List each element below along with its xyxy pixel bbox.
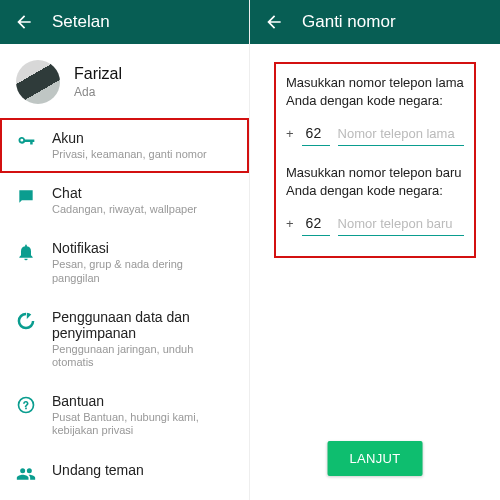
item-sub: Penggunaan jaringan, unduh otomatis — [52, 343, 233, 369]
settings-panel: Setelan Farizal Ada Akun Privasi, keaman… — [0, 0, 250, 500]
back-icon[interactable] — [264, 12, 284, 32]
continue-button[interactable]: LANJUT — [328, 441, 423, 476]
new-phone-input[interactable]: Nomor telepon baru — [338, 214, 464, 236]
form-highlight: Masukkan nomor telepon lama Anda dengan … — [274, 62, 476, 258]
old-phone-input[interactable]: Nomor telepon lama — [338, 124, 464, 146]
settings-title: Setelan — [52, 12, 110, 32]
sidebar-item-data-storage[interactable]: Penggunaan data dan penyimpanan Pengguna… — [0, 297, 249, 381]
item-sub: Cadangan, riwayat, wallpaper — [52, 203, 197, 216]
item-label: Bantuan — [52, 393, 233, 409]
item-label: Penggunaan data dan penyimpanan — [52, 309, 233, 341]
prompt-new: Masukkan nomor telepon baru Anda dengan … — [286, 164, 464, 199]
change-number-panel: Ganti nomor Masukkan nomor telepon lama … — [250, 0, 500, 500]
old-number-row: + 62 Nomor telepon lama — [286, 123, 464, 146]
change-number-title: Ganti nomor — [302, 12, 396, 32]
chat-icon — [16, 187, 36, 211]
people-icon — [16, 464, 36, 488]
item-sub: Pesan, grup & nada dering panggilan — [52, 258, 233, 284]
sidebar-item-notifications[interactable]: Notifikasi Pesan, grup & nada dering pan… — [0, 228, 249, 296]
key-icon — [16, 132, 36, 156]
back-icon[interactable] — [14, 12, 34, 32]
country-code-new[interactable]: 62 — [302, 213, 330, 236]
item-label: Akun — [52, 130, 207, 146]
avatar — [16, 60, 60, 104]
profile-status: Ada — [74, 85, 122, 99]
sidebar-item-invite[interactable]: Undang teman — [0, 450, 249, 500]
item-label: Undang teman — [52, 462, 144, 478]
country-code-old[interactable]: 62 — [302, 123, 330, 146]
item-sub: Privasi, keamanan, ganti nomor — [52, 148, 207, 161]
bell-icon — [16, 242, 36, 266]
settings-list: Akun Privasi, keamanan, ganti nomor Chat… — [0, 118, 249, 500]
item-label: Chat — [52, 185, 197, 201]
data-usage-icon — [16, 311, 36, 335]
new-number-row: + 62 Nomor telepon baru — [286, 213, 464, 236]
settings-header: Setelan — [0, 0, 249, 44]
item-sub: Pusat Bantuan, hubungi kami, kebijakan p… — [52, 411, 233, 437]
prompt-old: Masukkan nomor telepon lama Anda dengan … — [286, 74, 464, 109]
item-label: Notifikasi — [52, 240, 233, 256]
plus-sign: + — [286, 126, 294, 141]
change-number-content: Masukkan nomor telepon lama Anda dengan … — [250, 44, 500, 258]
change-number-header: Ganti nomor — [250, 0, 500, 44]
sidebar-item-chat[interactable]: Chat Cadangan, riwayat, wallpaper — [0, 173, 249, 228]
sidebar-item-help[interactable]: Bantuan Pusat Bantuan, hubungi kami, keb… — [0, 381, 249, 449]
profile-row[interactable]: Farizal Ada — [0, 44, 249, 118]
sidebar-item-account[interactable]: Akun Privasi, keamanan, ganti nomor — [0, 118, 249, 173]
plus-sign: + — [286, 216, 294, 231]
profile-name: Farizal — [74, 65, 122, 83]
help-icon — [16, 395, 36, 419]
